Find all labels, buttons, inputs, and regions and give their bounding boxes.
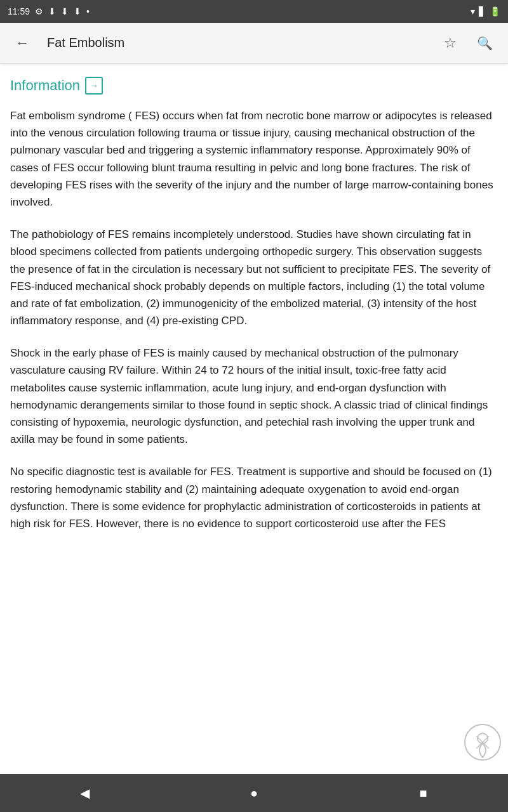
bookmark-button[interactable]: ☆ (439, 30, 462, 56)
status-bar-left: 11:59 ⚙ ⬇ ⬇ ⬇ • (8, 6, 90, 16)
nav-recents-button[interactable]: ■ (404, 774, 443, 812)
time-display: 11:59 (8, 6, 30, 16)
nav-back-button[interactable]: ◀ (65, 774, 104, 812)
battery-icon: 🔋 (490, 6, 500, 16)
wifi-icon: ▾ (471, 6, 475, 16)
nav-home-button[interactable]: ● (235, 774, 273, 812)
download2-icon: ⬇ (61, 6, 69, 16)
search-button[interactable]: 🔍 (472, 30, 498, 56)
settings-icon: ⚙ (35, 6, 43, 16)
signal-icon: ▋ (479, 6, 486, 16)
paragraph-1: Fat embolism syndrome ( FES) occurs when… (10, 107, 498, 211)
app-bar-actions: ☆ 🔍 (439, 30, 498, 56)
page-title: Fat Embolism (47, 36, 426, 50)
content-area[interactable]: Information → Fat embolism syndrome ( FE… (0, 64, 508, 774)
paragraph-4: No specific diagnostic test is available… (10, 463, 498, 532)
section-header: Information → (10, 77, 498, 95)
back-button[interactable]: ← (10, 30, 34, 56)
download1-icon: ⬇ (48, 6, 56, 16)
dot-icon: • (86, 6, 90, 16)
download3-icon: ⬇ (74, 6, 81, 16)
status-bar-right: ▾ ▋ 🔋 (471, 6, 500, 16)
status-bar: 11:59 ⚙ ⬇ ⬇ ⬇ • ▾ ▋ 🔋 (0, 0, 508, 23)
bottom-nav: ◀ ● ■ (0, 774, 508, 812)
section-arrow-icon: → (85, 77, 103, 95)
app-bar: ← Fat Embolism ☆ 🔍 (0, 23, 508, 63)
paragraph-3: Shock in the early phase of FES is mainl… (10, 344, 498, 448)
section-title: Information (10, 77, 80, 94)
paragraph-2: The pathobiology of FES remains incomple… (10, 226, 498, 329)
